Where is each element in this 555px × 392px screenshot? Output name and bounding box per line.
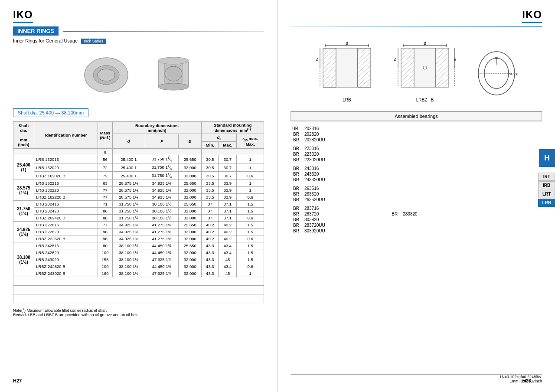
svg-text:B: B (346, 41, 348, 46)
diagram-lrb-label: LRB (312, 98, 382, 102)
tab-irb[interactable]: IRB (538, 181, 555, 189)
svg-line-41 (365, 83, 371, 87)
shaft-25400: 25.400(1) (13, 155, 34, 180)
product-images (13, 52, 264, 95)
svg-text:Fₒ: Fₒ (394, 58, 397, 61)
assembled-row: BR 202820 (291, 131, 467, 137)
svg-line-50 (401, 48, 405, 51)
col-f: F (145, 134, 178, 149)
shaft-28575: 28.575(1⅛) (13, 180, 34, 201)
spacer-row (13, 294, 264, 303)
table-row: LRB 222620 96 34.925 1⅜ 41.275 1⅝ 32.000… (13, 229, 264, 235)
table-row: 38.100(1½) LRB 242816 80 38.100 1½ 44.45… (13, 242, 264, 249)
table-row: LRBZ 222620 B 96 34.925 1⅜ 41.275 1⅝ 32.… (13, 235, 264, 242)
svg-rect-61 (414, 48, 436, 87)
col-d3-min: Min. (202, 142, 219, 149)
product-image-2 (147, 54, 199, 93)
svg-line-32 (358, 48, 366, 56)
assembled-row: BR 283720UU (291, 222, 467, 228)
svg-line-57 (401, 70, 414, 82)
shaft-31750: 31.750(1¼) (13, 201, 34, 222)
table-row: LRB 202420 86 31.750 1¼ 38.100 1½ 32.000… (13, 208, 264, 215)
svg-line-31 (358, 48, 362, 51)
svg-line-22 (323, 65, 336, 77)
svg-rect-27 (336, 48, 358, 87)
table-row: LRBZ 202420 B 86 31.750 1¼ 38.100 1½ 32.… (13, 215, 264, 222)
assembled-row: BR 223016 (291, 143, 467, 151)
svg-text:d₁: d₁ (454, 58, 457, 61)
svg-line-51 (401, 48, 410, 56)
notes: Note(1) Maximum allowable fillet corner … (13, 307, 264, 317)
svg-text:d₁: d₁ (509, 72, 513, 75)
specs-table: Shaftdia.mm(inch) Identification number … (13, 121, 264, 303)
page-number-left: H27 (13, 378, 22, 383)
product-image-1 (78, 52, 134, 95)
right-page: IKO B (278, 0, 555, 392)
table-row: LRBZ 162020 B 72 25.400 1 31.750 11⁄4 32… (13, 172, 264, 180)
svg-line-70 (436, 65, 449, 77)
svg-line-23 (323, 70, 336, 82)
svg-line-68 (436, 57, 449, 69)
assembled-table: BR 202816 BR 202820 BR 202820UU (291, 126, 467, 234)
table-row: LRB 182220 77 28.575 1⅛ 34.925 1⅜ 32.000… (13, 187, 264, 194)
assembled-row: BR 243316 (291, 163, 467, 171)
subtitle: Inner Rings for General Usage Inch Serie… (13, 38, 264, 43)
col-mass-unit (13, 149, 98, 155)
diagram-lrb: B (312, 40, 382, 102)
table-row: 28.575(1⅛) LRB 182216 63 28.575 1⅛ 34.92… (13, 180, 264, 187)
svg-line-56 (401, 65, 414, 77)
svg-text:φ: φ (516, 72, 518, 75)
svg-line-20 (323, 57, 336, 69)
col-d3-max: Max. (219, 142, 237, 149)
table-row: 31.750(1¼) LRB 202416 71 31.750 1¼ 38.10… (13, 201, 264, 208)
bottom-note-right: 1N=0.102kgf=0.2248lbs. 1mm=0.03937inch (500, 375, 542, 383)
diagram-cross: d₁ φ (473, 45, 520, 102)
svg-line-54 (401, 57, 414, 69)
assembled-row: BR 303920 (291, 217, 467, 222)
tab-irt[interactable]: IRT (538, 173, 555, 181)
svg-line-73 (438, 78, 449, 87)
tab-lrt[interactable]: LRT (538, 190, 555, 198)
assembled-row: BR 223020 (291, 151, 467, 157)
table-row: LRB 242820 100 38.100 1½ 44.450 1¾ 32.00… (13, 249, 264, 256)
table-row: 34.925(1⅜) LRB 222616 77 34.925 1⅜ 41.27… (13, 222, 264, 229)
col-r35: r35 max.Max. (237, 134, 264, 149)
table-row: LRBZ 242820 B 100 38.100 1½ 44.450 1¾ 32… (13, 263, 264, 270)
col-b: B (179, 134, 202, 149)
svg-line-38 (358, 70, 371, 82)
assembled-row: BR 303920UU (291, 228, 467, 234)
shaft-range: Shaft dia. 25.400 — 38.100mm (13, 108, 88, 117)
table-row: LRBZ 182220 B 77 28.575 1⅛ 34.925 1⅜ 32.… (13, 194, 264, 201)
svg-line-35 (358, 57, 371, 69)
assembled-row: BR 263520 (291, 191, 467, 197)
svg-line-65 (436, 48, 444, 56)
left-logo: IKO (13, 9, 33, 23)
id-lrb162016: LRB 162016 (34, 155, 98, 163)
assembled-section: Assembled bearings BR 202816 BR 202820 (291, 111, 542, 234)
assembled-row: BR 243320UU (291, 177, 467, 183)
assembled-row: BR 243320 (291, 171, 467, 177)
spacer-row (13, 277, 264, 286)
svg-line-67 (436, 52, 449, 64)
table-row: LRBZ 243020 B 160 38.100 1½ 47.625 1⅞ 32… (13, 270, 264, 277)
svg-line-26 (330, 83, 336, 87)
tab-lrb[interactable]: LRB (538, 199, 555, 207)
side-tabs: IRT IRB LRT LRB (538, 173, 555, 207)
assembled-row: BR 223020UU (291, 157, 467, 163)
svg-text:B: B (424, 41, 426, 46)
section-title: INNER RINGS (13, 26, 59, 36)
svg-line-17 (323, 48, 332, 56)
svg-line-60 (408, 83, 414, 87)
diagram-lrbz: B (390, 40, 460, 102)
svg-point-8 (165, 66, 182, 81)
assembled-row: BR 263516 (291, 183, 467, 191)
svg-line-36 (358, 61, 371, 73)
assembled-row: BR 263520UU (291, 197, 467, 203)
svg-line-74 (443, 83, 449, 87)
col-d3: d3 (202, 134, 237, 142)
note-1: Note(1) Maximum allowable fillet corner … (13, 307, 264, 313)
svg-line-25 (325, 78, 336, 87)
svg-line-19 (323, 52, 336, 64)
spacer-row (13, 286, 264, 294)
svg-line-59 (403, 78, 414, 87)
